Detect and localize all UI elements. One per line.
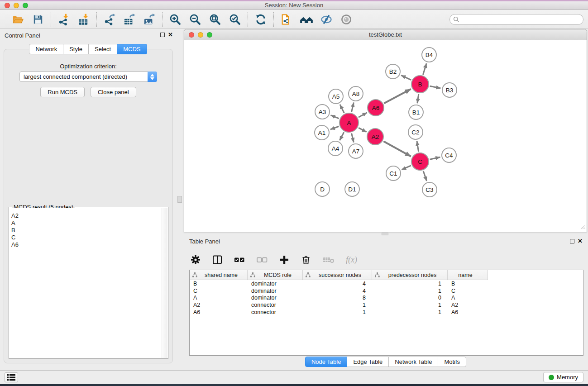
columns-icon[interactable]	[212, 253, 223, 267]
result-item[interactable]: B	[11, 227, 167, 234]
edge-B-B1[interactable]	[417, 94, 419, 103]
add-icon[interactable]	[279, 253, 290, 267]
close-panel-icon[interactable]: ✕	[578, 238, 583, 244]
tab-style[interactable]: Style	[63, 44, 89, 54]
export-table-icon[interactable]	[123, 13, 136, 26]
save-session-icon[interactable]	[31, 13, 45, 26]
eye-icon[interactable]	[339, 13, 353, 26]
zoom-fit-icon[interactable]	[208, 13, 222, 26]
result-scrollbar[interactable]	[162, 208, 167, 358]
edge-A-A2[interactable]	[359, 128, 366, 132]
node-C4[interactable]: C4	[441, 148, 457, 163]
tab-motifs[interactable]: Motifs	[438, 357, 466, 367]
run-mcds-button[interactable]: Run MCDS	[40, 87, 85, 97]
open-session-icon[interactable]	[11, 13, 25, 26]
result-item[interactable]: A2	[11, 212, 167, 219]
edge-C-C1[interactable]	[402, 166, 411, 170]
table-row[interactable]: A6connector11A6	[190, 309, 583, 316]
export-image-icon[interactable]	[143, 13, 156, 26]
node-A8[interactable]: A8	[348, 86, 363, 101]
table-cell[interactable]: A	[448, 295, 488, 301]
table-cell[interactable]: 4	[303, 281, 372, 287]
float-panel-icon[interactable]	[570, 239, 574, 243]
criterion-select[interactable]: largest connected component (directed)	[19, 71, 157, 82]
table-cell[interactable]: 1	[372, 309, 448, 315]
table-cell[interactable]: B	[448, 281, 488, 287]
node-A5[interactable]: A5	[328, 89, 344, 104]
minimize-view-button[interactable]	[198, 32, 203, 38]
task-history-button[interactable]	[5, 372, 18, 382]
tab-select[interactable]: Select	[88, 44, 117, 54]
table-row[interactable]: Cdominator41C	[190, 287, 583, 295]
edge-A-A7[interactable]	[352, 133, 354, 142]
minimize-window-button[interactable]	[14, 3, 19, 8]
edge-A2-C[interactable]	[383, 141, 411, 157]
zoom-in-icon[interactable]	[168, 13, 182, 26]
table-cell[interactable]: C	[190, 288, 248, 294]
edge-A-A5[interactable]	[340, 105, 344, 113]
table-cell[interactable]: dominator	[248, 295, 303, 301]
table-cell[interactable]: dominator	[248, 281, 303, 287]
table-row[interactable]: Adominator80A	[190, 295, 583, 302]
edge-A-A3[interactable]	[331, 115, 339, 119]
delete-icon[interactable]	[301, 253, 311, 267]
node-D[interactable]: D	[315, 181, 330, 197]
tab-network-table[interactable]: Network Table	[388, 357, 438, 367]
node-C3[interactable]: C3	[422, 182, 437, 197]
select-all-icon[interactable]	[234, 253, 245, 267]
node-A6[interactable]: A6	[367, 99, 384, 116]
zoom-out-icon[interactable]	[188, 13, 202, 26]
result-item[interactable]: A	[11, 219, 167, 227]
node-B3[interactable]: B3	[442, 82, 457, 98]
home-icon[interactable]	[300, 13, 313, 26]
column-header-shared-name[interactable]: shared name	[190, 270, 248, 280]
table-cell[interactable]: 4	[303, 288, 372, 294]
splitter-handle[interactable]	[177, 196, 182, 203]
node-table[interactable]: shared nameMCDS rolesuccessor nodesprede…	[189, 270, 583, 356]
table-cell[interactable]: B	[190, 281, 248, 287]
node-D1[interactable]: D1	[344, 181, 360, 197]
maximize-view-button[interactable]	[207, 32, 212, 38]
edge-A-A4[interactable]	[339, 132, 344, 140]
node-C[interactable]: C	[411, 152, 429, 171]
import-network-icon[interactable]	[57, 13, 71, 26]
search-input[interactable]	[449, 14, 583, 25]
export-network-icon[interactable]	[103, 13, 116, 26]
result-item[interactable]: A6	[11, 241, 167, 248]
network-canvas[interactable]: AA1A2A3A4A5A6A7A8BB1B2B3B4CC1C2C3C4DD1	[184, 40, 587, 232]
edge-B-B3[interactable]	[430, 86, 441, 88]
table-cell[interactable]: 1	[303, 309, 372, 315]
edge-A-A6[interactable]	[359, 113, 367, 118]
edge-A6-B[interactable]	[384, 89, 411, 103]
tab-mcds[interactable]: MCDS	[117, 44, 147, 54]
result-item[interactable]: C	[11, 234, 167, 241]
table-cell[interactable]: A6	[448, 309, 488, 315]
table-cell[interactable]: 1	[372, 281, 448, 287]
edge-C-C4[interactable]	[430, 157, 440, 159]
edge-B-B2[interactable]	[401, 75, 411, 80]
close-panel-button[interactable]: Close panel	[91, 87, 136, 97]
tab-node-table[interactable]: Node Table	[305, 357, 348, 367]
table-cell[interactable]: 8	[303, 295, 372, 301]
settings-icon[interactable]	[190, 253, 201, 267]
column-header-successor-nodes[interactable]: successor nodes	[303, 270, 372, 280]
node-A1[interactable]: A1	[314, 125, 330, 140]
refresh-icon[interactable]	[254, 13, 268, 26]
tab-edge-table[interactable]: Edge Table	[347, 357, 389, 367]
tab-network[interactable]: Network	[29, 44, 63, 54]
node-B[interactable]: B	[411, 75, 429, 93]
table-cell[interactable]: A6	[190, 309, 248, 315]
column-header-name[interactable]: name	[448, 270, 488, 280]
table-cell[interactable]: A2	[448, 302, 488, 308]
node-C2[interactable]: C2	[408, 124, 423, 140]
table-cell[interactable]: 1	[372, 288, 448, 294]
table-cell[interactable]: 1	[303, 302, 372, 308]
close-panel-icon[interactable]: ✕	[168, 31, 173, 38]
table-cell[interactable]: C	[448, 288, 488, 294]
close-window-button[interactable]	[5, 3, 10, 8]
table-cell[interactable]: dominator	[248, 288, 303, 294]
table-cell[interactable]: A	[190, 295, 248, 301]
table-row[interactable]: Bdominator41B	[190, 280, 583, 287]
column-header-MCDS-role[interactable]: MCDS role	[248, 270, 303, 280]
table-row[interactable]: A2connector11A2	[190, 301, 583, 309]
